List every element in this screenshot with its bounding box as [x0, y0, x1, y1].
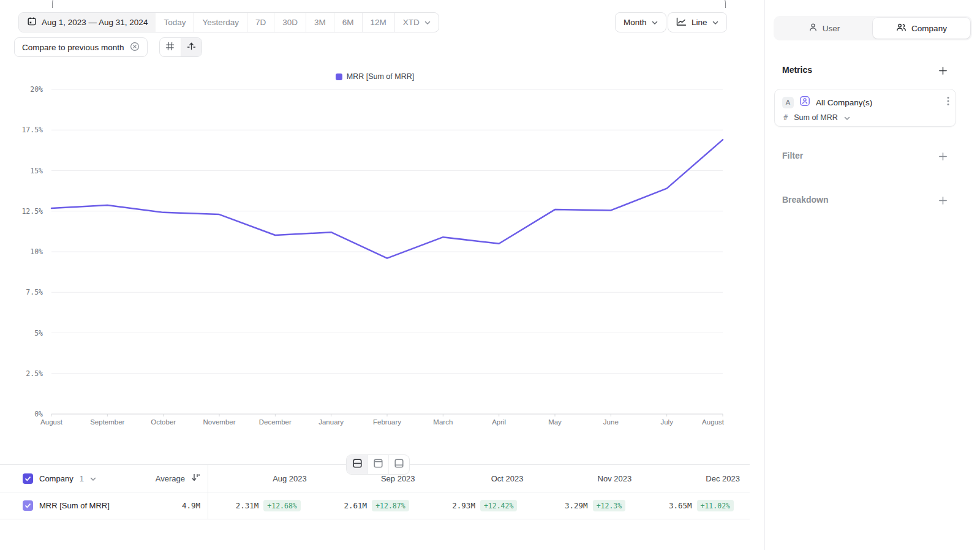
x-tick-label: December [259, 418, 292, 426]
month-value-cell: 3.65M+11.02% [641, 500, 750, 511]
add-metric-button[interactable] [937, 65, 948, 76]
arrow-up-from-line-icon [187, 42, 196, 53]
preset-today[interactable]: Today [156, 13, 194, 32]
x-tick-label: February [373, 418, 401, 426]
chevron-down-icon [424, 18, 431, 27]
y-tick-label: 20% [30, 86, 43, 94]
delta-badge: +11.02% [697, 500, 734, 511]
delta-badge: +12.3% [593, 500, 626, 511]
chart-type-dropdown[interactable]: Line [668, 12, 727, 32]
add-filter-button[interactable] [937, 151, 948, 162]
select-all-checkbox[interactable] [23, 473, 33, 484]
legend-swatch [336, 73, 342, 80]
grid-lines-toggle[interactable] [160, 38, 181, 56]
date-range-button[interactable]: Aug 1, 2023 — Aug 31, 2024 [19, 13, 156, 32]
month-value-cell: 2.31M+12.68% [208, 500, 317, 511]
company-square-icon [799, 96, 810, 109]
user-icon [809, 23, 818, 34]
date-range-label: Aug 1, 2023 — Aug 31, 2024 [42, 18, 148, 27]
hash-grid-icon [165, 42, 175, 53]
granularity-dropdown[interactable]: Month [615, 12, 666, 32]
compare-chip[interactable]: Compare to previous month [14, 37, 148, 57]
xtd-label: XTD [403, 18, 420, 27]
chart-legend: MRR [Sum of MRR] [0, 72, 750, 81]
delta-badge: +12.87% [372, 500, 409, 511]
cell-value: 2.93M [452, 501, 475, 510]
x-tick-label: January [318, 418, 344, 426]
month-column-header: Oct 2023 [425, 474, 533, 483]
preset-30d[interactable]: 30D [274, 13, 306, 32]
preset-7d[interactable]: 7D [247, 13, 274, 32]
metric-card[interactable]: A All Company(s) # Sum of MRR [774, 89, 956, 127]
preset-yesterday[interactable]: Yesterday [194, 13, 247, 32]
month-header-cells: Aug 2023Sep 2023Oct 2023Nov 2023Dec 2023 [208, 474, 750, 483]
month-column-header: Dec 2023 [641, 474, 750, 483]
metric-name: All Company(s) [816, 98, 872, 107]
row-metric-name: MRR [Sum of MRR] [39, 501, 110, 510]
kebab-menu-icon[interactable] [947, 96, 949, 108]
preset-3m[interactable]: 3M [306, 13, 334, 32]
month-column-header: Sep 2023 [317, 474, 425, 483]
mrr-line-chart[interactable]: 0%2.5%5%7.5%10%12.5%15%17.5%20%AugustSep… [0, 86, 750, 429]
remove-compare-icon[interactable] [130, 42, 140, 53]
numeric-hash-icon: # [783, 113, 788, 122]
x-tick-label: November [203, 418, 235, 426]
row-average-value: 4.9M [182, 501, 200, 510]
y-tick-label: 12.5% [21, 207, 43, 216]
x-tick-label: July [660, 418, 673, 426]
compare-toolbar: Compare to previous month [14, 37, 202, 57]
cell-value: 2.61M [344, 501, 367, 510]
granularity-label: Month [624, 18, 647, 27]
chevron-down-icon[interactable] [90, 474, 96, 483]
month-value-cells: 2.31M+12.68%2.61M+12.87%2.93M+12.42%3.29… [208, 500, 750, 511]
month-value-cell: 2.61M+12.87% [317, 500, 425, 511]
y-tick-label: 7.5% [26, 288, 43, 296]
config-sidebar: User Company Metrics A [764, 0, 980, 550]
x-tick-label: March [433, 418, 453, 426]
chart-type-label: Line [692, 18, 707, 27]
month-column-header: Nov 2023 [533, 474, 641, 483]
chevron-down-icon [712, 18, 718, 27]
y-tick-label: 17.5% [21, 126, 43, 134]
delta-badge: +12.68% [263, 500, 300, 511]
table-row[interactable]: MRR [Sum of MRR] 4.9M 2.31M+12.68%2.61M+… [0, 492, 750, 519]
y-tick-label: 2.5% [26, 369, 43, 378]
toggle-company[interactable]: Company [873, 18, 970, 39]
metric-aggregation[interactable]: # Sum of MRR [783, 112, 850, 123]
metrics-heading: Metrics [782, 65, 812, 75]
card-top-edge [52, 0, 726, 8]
aggregation-label: Sum of MRR [794, 113, 838, 122]
date-range-toolbar: Aug 1, 2023 — Aug 31, 2024 TodayYesterda… [18, 12, 439, 32]
cell-value: 3.29M [565, 501, 588, 510]
sort-icon[interactable] [191, 473, 200, 484]
month-value-cell: 3.29M+12.3% [533, 500, 641, 511]
line-chart-icon [676, 17, 687, 28]
row-checkbox[interactable] [23, 500, 33, 511]
chevron-down-icon [652, 18, 658, 27]
breakdown-table: Company 1 Average Aug 2023Sep 2023Oct 20… [0, 465, 750, 519]
preset-xtd[interactable]: XTD [394, 13, 439, 32]
average-column-label: Average [156, 474, 185, 483]
filter-heading: Filter [782, 151, 803, 160]
group-by-label[interactable]: Company [39, 474, 74, 483]
group-count: 1 [80, 474, 84, 483]
x-tick-label: August [702, 418, 725, 426]
y-tick-label: 5% [34, 329, 43, 337]
preset-12m[interactable]: 12M [362, 13, 394, 32]
chevron-down-icon [844, 112, 850, 123]
month-column-header: Aug 2023 [208, 474, 317, 483]
metric-series-badge: A [782, 97, 794, 108]
value-labels-toggle[interactable] [181, 38, 202, 56]
add-breakdown-button[interactable] [937, 195, 948, 206]
calendar-icon [27, 17, 37, 28]
y-tick-label: 10% [30, 247, 43, 256]
x-tick-label: October [151, 418, 176, 426]
preset-6m[interactable]: 6M [334, 13, 362, 32]
toggle-user-label: User [823, 24, 840, 33]
y-tick-label: 15% [30, 167, 43, 175]
table-header-name-col: Company 1 Average [0, 465, 208, 492]
breakdown-heading: Breakdown [782, 195, 828, 205]
cell-value: 3.65M [669, 501, 692, 510]
toggle-company-label: Company [911, 24, 947, 33]
toggle-user[interactable]: User [775, 18, 873, 39]
